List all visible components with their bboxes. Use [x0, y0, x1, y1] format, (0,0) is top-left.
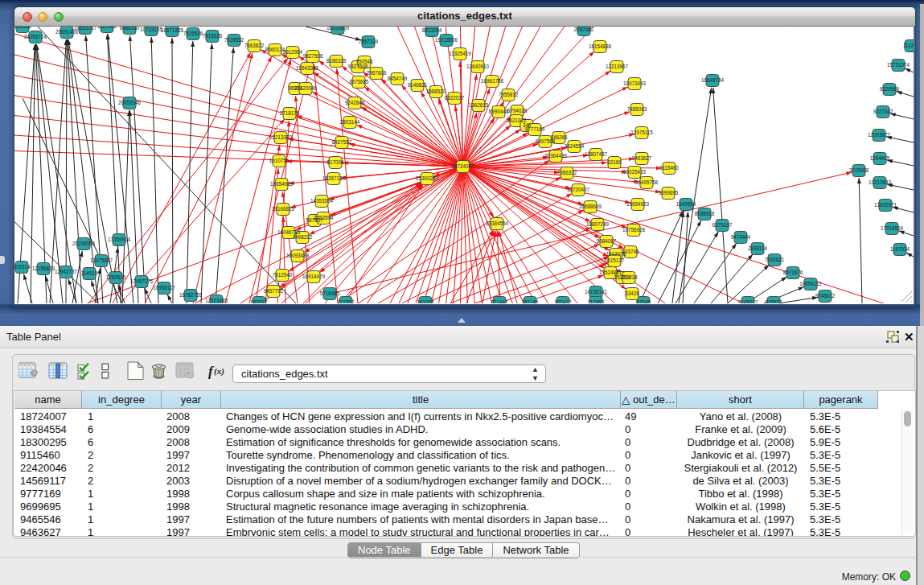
- svg-text:19654923: 19654923: [626, 201, 650, 207]
- svg-text:6794028: 6794028: [507, 108, 528, 113]
- svg-text:10688609: 10688609: [579, 204, 602, 209]
- svg-text:87645: 87645: [636, 299, 651, 303]
- svg-text:25300203: 25300203: [416, 175, 439, 181]
- svg-text:16046785: 16046785: [277, 229, 301, 235]
- svg-text:9227342: 9227342: [873, 109, 893, 114]
- svg-text:12975115: 12975115: [630, 130, 653, 135]
- svg-text:7663822: 7663822: [244, 43, 265, 48]
- svg-text:7515526: 7515526: [203, 33, 223, 39]
- svg-text:6322037: 6322037: [445, 95, 465, 101]
- svg-text:12923485: 12923485: [205, 298, 228, 303]
- svg-text:10958117: 10958117: [153, 285, 175, 290]
- svg-text:983312: 983312: [250, 299, 268, 303]
- svg-text:12156829: 12156829: [32, 266, 55, 271]
- svg-text:1244415: 1244415: [870, 155, 890, 161]
- svg-text:16914479: 16914479: [302, 274, 326, 279]
- svg-text:20053346: 20053346: [118, 100, 142, 105]
- svg-text:9777169: 9777169: [525, 126, 545, 132]
- svg-text:161035: 161035: [417, 299, 434, 303]
- svg-text:9457791: 9457791: [264, 288, 284, 294]
- svg-text:16961758: 16961758: [481, 78, 504, 84]
- svg-text:1588520: 1588520: [426, 89, 446, 94]
- svg-text:2718176: 2718176: [280, 110, 300, 116]
- svg-text:6466160: 6466160: [120, 27, 140, 31]
- svg-text:10210643: 10210643: [869, 179, 892, 185]
- svg-text:3875685: 3875685: [349, 79, 369, 84]
- svg-text:15751074: 15751074: [887, 62, 910, 68]
- svg-text:7986322: 7986322: [557, 170, 577, 175]
- svg-text:12213967: 12213967: [606, 64, 629, 69]
- svg-text:2553594: 2553594: [314, 215, 334, 220]
- svg-text:1327602: 1327602: [97, 27, 117, 29]
- svg-text:17957275: 17957275: [130, 278, 154, 284]
- svg-text:8186328: 8186328: [326, 58, 347, 64]
- svg-text:19218506: 19218506: [435, 37, 458, 43]
- svg-text:18267130: 18267130: [322, 175, 346, 181]
- svg-text:13640910: 13640910: [466, 64, 490, 69]
- svg-text:9327508: 9327508: [348, 64, 368, 69]
- svg-text:10973493: 10973493: [623, 80, 647, 86]
- svg-text:1362615: 1362615: [469, 102, 489, 108]
- svg-text:19166825: 19166825: [272, 206, 295, 212]
- svg-text:9115460: 9115460: [659, 165, 680, 171]
- svg-text:3624554: 3624554: [565, 143, 585, 149]
- svg-text:2087682: 2087682: [574, 27, 594, 32]
- svg-text:24055724: 24055724: [24, 34, 47, 39]
- svg-text:16154838: 16154838: [589, 43, 612, 49]
- svg-text:7955812: 7955812: [499, 92, 519, 97]
- svg-text:17359914: 17359914: [108, 237, 131, 242]
- svg-text:62160: 62160: [607, 159, 622, 165]
- svg-text:(x): (x): [214, 366, 224, 377]
- svg-text:7518552: 7518552: [224, 37, 244, 43]
- svg-text:8813054: 8813054: [422, 27, 442, 33]
- svg-text:8454749: 8454749: [388, 76, 408, 81]
- svg-text:19654985: 19654985: [270, 181, 294, 187]
- svg-text:19384554: 19384554: [486, 220, 509, 226]
- svg-text:1640954: 1640954: [676, 201, 696, 207]
- svg-text:815532: 815532: [765, 299, 782, 303]
- svg-text:9827508: 9827508: [303, 53, 323, 59]
- svg-text:902412: 902412: [554, 299, 572, 303]
- svg-text:12942737: 12942737: [55, 269, 78, 274]
- svg-text:9242848: 9242848: [345, 100, 365, 105]
- svg-text:10756928: 10756928: [622, 227, 646, 233]
- svg-text:16543382: 16543382: [296, 65, 319, 71]
- svg-text:2933114: 2933114: [748, 245, 768, 251]
- svg-text:15720407: 15720407: [567, 187, 590, 192]
- svg-text:18724007: 18724007: [451, 163, 474, 169]
- svg-text:16093489: 16093489: [286, 253, 310, 258]
- svg-text:10807487: 10807487: [585, 151, 608, 157]
- svg-text:771552: 771552: [337, 299, 355, 303]
- svg-text:2803144: 2803144: [340, 119, 360, 125]
- svg-text:252234: 252234: [620, 274, 638, 280]
- svg-text:160338: 160338: [14, 27, 31, 29]
- svg-text:9084067: 9084067: [597, 238, 617, 244]
- svg-text:16495758: 16495758: [635, 179, 659, 185]
- svg-text:746266: 746266: [550, 134, 568, 140]
- svg-text:1610755: 1610755: [269, 158, 290, 163]
- svg-text:9463627: 9463627: [632, 155, 652, 161]
- svg-text:9146821: 9146821: [408, 82, 428, 88]
- svg-text:8427552: 8427552: [332, 139, 352, 145]
- svg-text:9699695: 9699695: [659, 190, 679, 196]
- svg-text:8471676: 8471676: [783, 270, 803, 275]
- svg-text:33426: 33426: [625, 290, 639, 296]
- svg-text:1615137: 1615137: [605, 257, 625, 263]
- svg-text:14353594: 14353594: [310, 198, 334, 204]
- svg-text:12093877: 12093877: [868, 132, 891, 138]
- svg-text:20364436: 20364436: [544, 153, 568, 159]
- svg-text:10654112: 10654112: [799, 281, 822, 286]
- svg-text:750546: 750546: [355, 59, 373, 64]
- svg-text:13975887: 13975887: [90, 257, 113, 263]
- svg-text:17016504: 17016504: [881, 225, 904, 231]
- svg-text:22420046: 22420046: [294, 85, 318, 91]
- svg-text:381145: 381145: [522, 299, 539, 303]
- svg-text:114519: 114519: [81, 270, 98, 276]
- svg-text:9474444: 9474444: [731, 234, 751, 240]
- svg-text:112953: 112953: [588, 299, 605, 303]
- svg-text:7857224: 7857224: [359, 39, 379, 44]
- svg-text:10653267: 10653267: [74, 27, 97, 31]
- svg-text:16033809: 16033809: [326, 27, 350, 31]
- svg-text:8912954: 8912954: [283, 49, 303, 55]
- svg-text:9245012: 9245012: [738, 299, 758, 303]
